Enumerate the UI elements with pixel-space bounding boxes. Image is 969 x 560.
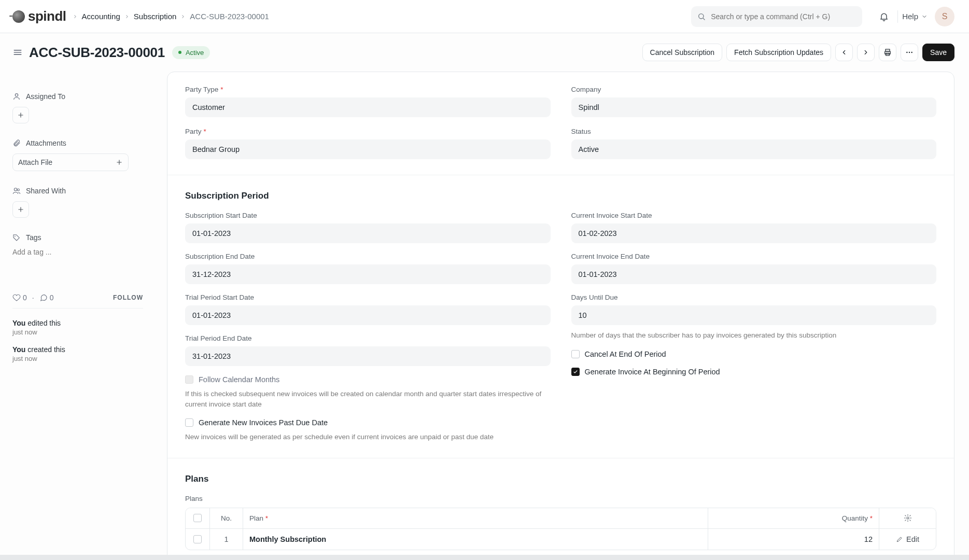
status-label: Status [571,128,591,135]
plans-heading: Plans [185,474,936,484]
generate-past-due-field: Generate New Invoices Past Due Date New … [185,418,551,442]
add-assignee-button[interactable] [12,107,29,123]
sidebar-toggle-button[interactable] [12,47,23,58]
quantity-cell[interactable]: 12 [708,529,879,550]
breadcrumb: Accounting Subscription ACC-SUB-2023-000… [73,12,269,21]
save-button[interactable]: Save [922,44,954,61]
heart-icon[interactable]: 0 [12,293,27,302]
prev-record-button[interactable] [835,44,853,61]
breadcrumb-accounting[interactable]: Accounting [82,12,120,21]
tags-heading: Tags [12,233,143,242]
plans-header-plan: Plan * [243,508,708,528]
party-input[interactable]: Bednar Group [185,139,551,159]
cancel-end-of-period-checkbox[interactable]: Cancel At End Of Period [571,350,937,358]
plus-icon [17,111,24,119]
breadcrumb-current: ACC-SUB-2023-00001 [190,12,269,21]
help-menu[interactable]: Help [902,12,928,21]
company-label: Company [571,86,601,93]
user-icon [12,92,21,101]
follow-calendar-checkbox[interactable]: Follow Calendar Months [185,375,551,384]
attach-file-button[interactable]: Attach File [12,153,129,171]
logo[interactable]: spindl [12,8,66,24]
plans-header-qty: Quantity * [708,508,879,528]
follow-calendar-label: Follow Calendar Months [199,375,279,384]
fetch-updates-button[interactable]: Fetch Subscription Updates [726,44,831,61]
search-input[interactable] [710,12,856,21]
required-icon: * [204,128,206,135]
subscription-start-label: Subscription Start Date [185,212,257,219]
plans-table-settings-button[interactable] [879,508,936,528]
generate-past-due-label: Generate New Invoices Past Due Date [199,418,328,427]
likes-count: 0 [23,293,27,302]
row-select-checkbox[interactable] [186,529,209,550]
chevron-left-icon [840,49,848,56]
global-search[interactable] [691,6,862,27]
company-input[interactable]: Spindl [571,97,937,117]
shared-with-section: Shared With [12,187,143,218]
comment-icon[interactable]: 0 [39,293,54,302]
subscription-end-input[interactable]: 31-12-2023 [185,264,551,284]
plan-cell[interactable]: Monthly Subscription [243,529,708,550]
tag-icon [12,233,21,242]
activity-bar: 0 · 0 FOLLOW [12,287,143,309]
current-invoice-end-label: Current Invoice End Date [571,253,650,260]
party-field: Party* Bednar Group [185,128,551,159]
generate-begin-of-period-checkbox[interactable]: Generate Invoice At Beginning Of Period [571,368,937,376]
days-until-due-help: Number of days that the subscriber has t… [571,330,937,341]
next-record-button[interactable] [857,44,875,61]
assigned-to-heading: Assigned To [12,92,143,101]
pencil-icon [896,536,903,543]
notifications-button[interactable] [875,7,893,26]
logo-text: spindl [28,8,66,24]
more-menu-button[interactable] [901,44,918,61]
checkbox-icon [185,418,193,427]
period-left-column: Subscription Start Date 01-01-2023 Subsc… [185,212,551,442]
help-label: Help [902,12,918,21]
page-title: ACC-SUB-2023-00001 [29,45,165,61]
svg-point-10 [15,236,16,237]
page-header: ACC-SUB-2023-00001 Active Cancel Subscri… [0,33,969,72]
plans-table-header: No. Plan * Quantity * [186,508,936,529]
plans-table: No. Plan * Quantity * 1 Monthly Subsc [185,508,936,550]
period-right-column: Current Invoice Start Date 01-02-2023 Cu… [571,212,937,442]
plus-icon [116,159,123,166]
generate-begin-label: Generate Invoice At Beginning Of Period [585,368,720,376]
history-time: just now [12,328,143,336]
plus-icon [17,206,24,213]
trial-end-input[interactable]: 31-01-2023 [185,346,551,366]
checkbox-icon [193,514,202,522]
status-dot-icon [178,51,181,54]
tags-section: Tags Add a tag ... [12,233,143,256]
current-invoice-end-input[interactable]: 01-01-2023 [571,264,937,284]
svg-point-5 [909,52,910,53]
chevron-right-icon [124,14,130,19]
subscription-start-input[interactable]: 01-01-2023 [185,223,551,243]
follow-button[interactable]: FOLLOW [113,294,143,301]
search-icon [697,12,706,21]
row-edit-button[interactable]: Edit [879,529,936,550]
days-until-due-input[interactable]: 10 [571,305,937,325]
divider [897,10,898,23]
history-action: edited this [27,319,61,327]
trial-start-input[interactable]: 01-01-2023 [185,305,551,325]
status-input[interactable]: Active [571,139,937,159]
print-button[interactable] [879,44,896,61]
user-avatar[interactable]: S [935,7,954,26]
party-type-input[interactable]: Customer [185,97,551,117]
generate-past-due-checkbox[interactable]: Generate New Invoices Past Due Date [185,418,551,427]
table-row: 1 Monthly Subscription 12 Edit [186,529,936,550]
shared-with-label: Shared With [26,187,66,195]
svg-point-8 [14,188,17,191]
add-tag-input[interactable]: Add a tag ... [12,248,143,256]
cancel-subscription-button[interactable]: Cancel Subscription [642,44,723,61]
trial-start-field: Trial Period Start Date 01-01-2023 [185,293,551,325]
days-until-due-label: Days Until Due [571,293,618,301]
history-time: just now [12,355,143,362]
add-share-button[interactable] [12,201,29,218]
breadcrumb-subscription[interactable]: Subscription [134,12,177,21]
printer-icon [883,48,892,57]
divider [167,175,954,175]
select-all-checkbox[interactable] [186,508,209,528]
current-invoice-start-input[interactable]: 01-02-2023 [571,223,937,243]
document-sidebar: Assigned To Attachments Attach File Shar… [12,72,143,560]
